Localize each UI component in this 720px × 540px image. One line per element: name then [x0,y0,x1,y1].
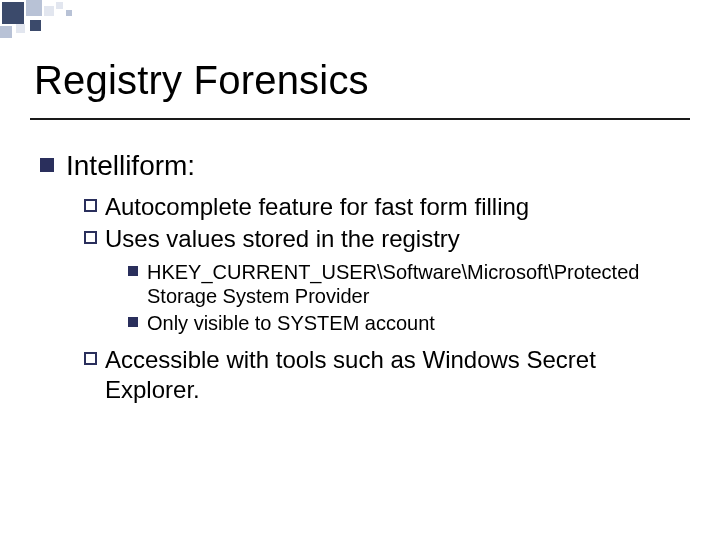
bullet-level2: Autocomplete feature for fast form filli… [84,192,684,222]
slide-content: Intelliform: Autocomplete feature for fa… [40,150,684,407]
bullet-text: HKEY_CURRENT_USER\Software\Microsoft\Pro… [147,260,684,309]
bullet-text: Intelliform: [66,150,195,182]
square-bullet-icon [40,158,54,172]
bullet-text: Only visible to SYSTEM account [147,311,435,335]
bullet-level3: Only visible to SYSTEM account [128,311,684,335]
hollow-square-bullet-icon [84,199,97,212]
corner-decoration [0,0,120,40]
bullet-level3: HKEY_CURRENT_USER\Software\Microsoft\Pro… [128,260,684,309]
small-square-bullet-icon [128,266,138,276]
bullet-level2: Accessible with tools such as Windows Se… [84,345,684,405]
bullet-text: Autocomplete feature for fast form filli… [105,192,529,222]
slide-title: Registry Forensics [34,58,369,103]
bullet-level2: Uses values stored in the registry [84,224,684,254]
small-square-bullet-icon [128,317,138,327]
bullet-text: Accessible with tools such as Windows Se… [105,345,684,405]
hollow-square-bullet-icon [84,231,97,244]
bullet-text: Uses values stored in the registry [105,224,460,254]
hollow-square-bullet-icon [84,352,97,365]
title-underline [30,118,690,120]
bullet-level1: Intelliform: [40,150,684,182]
